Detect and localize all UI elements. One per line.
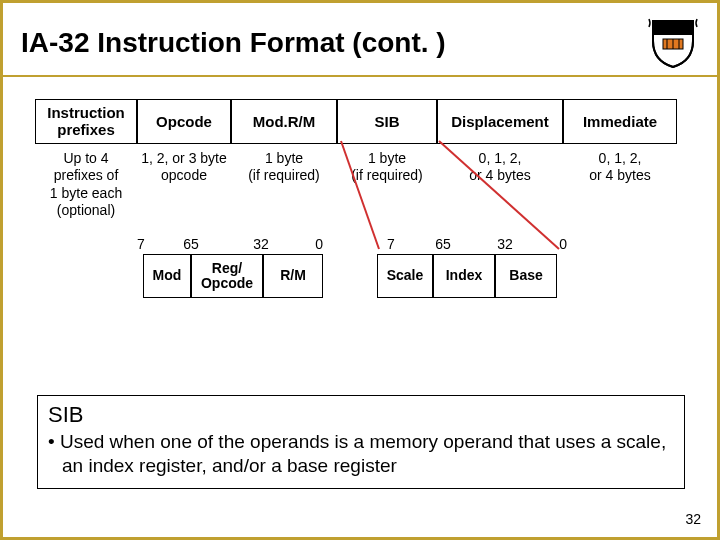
hdr-prefix: Instruction prefixes [35,99,137,144]
hdr-disp: Displacement [437,99,563,144]
page-title: IA-32 Instruction Format (cont. ) [21,27,446,59]
modrm-breakdown: Mod Reg/ Opcode R/M [143,254,323,299]
modrm-rm: R/M [263,254,323,299]
bits-modrm: 7 6 5 3 2 0 [137,236,337,252]
desc-opcode: 1, 2, or 3 byte opcode [137,148,231,220]
page-number: 32 [685,511,701,527]
desc-prefix: Up to 4 prefixes of 1 byte each (optiona… [35,148,137,220]
sib-explain-box: SIB • Used when one of the operands is a… [37,395,685,489]
format-header-row: Instruction prefixes Opcode Mod.R/M SIB … [35,99,677,144]
sib-base: Base [495,254,557,299]
bits-sib: 7 6 5 3 2 0 [387,236,613,252]
sib-explain-bullet: • Used when one of the operands is a mem… [48,430,674,478]
desc-disp: 0, 1, 2, or 4 bytes [437,148,563,220]
sib-index: Index [433,254,495,299]
desc-modrm: 1 byte (if required) [231,148,337,220]
modrm-reg: Reg/ Opcode [191,254,263,299]
hdr-opcode: Opcode [137,99,231,144]
desc-sib: 1 byte (if required) [337,148,437,220]
content-area: Instruction prefixes Opcode Mod.R/M SIB … [3,77,717,298]
format-desc-row: Up to 4 prefixes of 1 byte each (optiona… [35,148,677,220]
sib-explain-label: SIB [48,402,674,428]
hdr-imm: Immediate [563,99,677,144]
bit-numbers-row: 7 6 5 3 2 0 7 6 5 3 2 0 [35,236,677,252]
princeton-shield-logo [647,17,699,69]
hdr-modrm: Mod.R/M [231,99,337,144]
slide: IA-32 Instruction Format (cont. ) Instru… [0,0,720,540]
hdr-sib: SIB [337,99,437,144]
modrm-mod: Mod [143,254,191,299]
desc-imm: 0, 1, 2, or 4 bytes [563,148,677,220]
sib-scale: Scale [377,254,433,299]
subbyte-tables: Mod Reg/ Opcode R/M Scale Index Base [35,254,677,299]
title-area: IA-32 Instruction Format (cont. ) [3,3,717,77]
sib-breakdown: Scale Index Base [377,254,557,299]
